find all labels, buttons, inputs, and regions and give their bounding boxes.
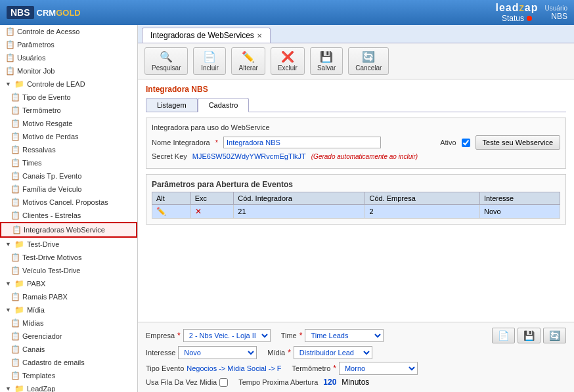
sidebar-item-test-drive-motivos[interactable]: 📋Test-Drive Motivos xyxy=(0,251,137,264)
sidebar-item-leadzap[interactable]: ▼📁LeadZap xyxy=(0,382,137,392)
tab-bar: Integradoras de WebServices ✕ xyxy=(138,25,574,43)
tab-cadastro[interactable]: Cadastro xyxy=(198,98,250,112)
form-section: Integradora para uso do WebService Nome … xyxy=(146,118,566,169)
sidebar-item-usuarios[interactable]: 📋Usuários xyxy=(0,51,137,64)
tab-listagem[interactable]: Listagem xyxy=(146,98,198,112)
tab-close-icon[interactable]: ✕ xyxy=(257,32,262,39)
sidebar-item-integradoras-ws[interactable]: 📋Integradoras WebService xyxy=(0,222,137,238)
sidebar-item-ramais-pabx[interactable]: 📋Ramais PABX xyxy=(0,290,137,303)
edit-icon[interactable]: ✏️ xyxy=(156,207,166,216)
sidebar-item-canais-tp-evento[interactable]: 📋Canais Tp. Evento xyxy=(0,169,137,183)
excluir-label: Excluir xyxy=(278,64,298,72)
sidebar-item-controle-lead[interactable]: ▼📁Controle de LEAD xyxy=(0,77,137,91)
test-webservice-button[interactable]: Teste seu Webservice xyxy=(475,135,560,150)
toolbar: 🔍Pesquisar📄Incluir✏️Alterar❌Excluir💾Salv… xyxy=(138,43,574,79)
leadzap-logo: leadZap Status xyxy=(496,2,539,23)
sidebar-item-label: Monitor Job xyxy=(17,67,55,75)
logo-gold: GOLD xyxy=(56,9,81,17)
excluir-button[interactable]: ❌Excluir xyxy=(271,47,305,75)
sidebar-item-familia-veiculo[interactable]: 📋Família de Veículo xyxy=(0,183,137,196)
sidebar-item-test-drive[interactable]: ▼📁Test-Drive xyxy=(0,238,137,251)
cancelar-button[interactable]: 🔄Cancelar xyxy=(348,47,389,75)
midia-select[interactable]: Distribuidor Lead xyxy=(294,346,372,359)
sidebar-item-label: Parâmetros xyxy=(17,41,55,49)
sidebar-item-motivo-perdas[interactable]: 📋Motivo de Perdas xyxy=(0,130,137,143)
termometro-select[interactable]: Morno xyxy=(339,362,418,375)
sidebar-item-tipo-evento[interactable]: 📋Tipo de Evento xyxy=(0,91,137,104)
logo-crm: CRM xyxy=(37,9,56,17)
doc-icon: 📋 xyxy=(11,318,20,328)
salvar-button[interactable]: 💾Salvar xyxy=(310,47,343,75)
sidebar-item-motivos-cancel[interactable]: 📋Motivos Cancel. Propostas xyxy=(0,196,137,209)
status-row: Status xyxy=(502,14,532,23)
logo-nbs: NBS xyxy=(7,6,34,19)
sidebar-item-label: Cadastro de emails xyxy=(22,359,85,366)
tab-integradoras-ws[interactable]: Integradoras de WebServices ✕ xyxy=(142,28,271,43)
doc-icon: 📋 xyxy=(11,132,20,141)
salvar-icon: 💾 xyxy=(320,51,333,63)
sidebar-item-parametros[interactable]: 📋Parâmetros xyxy=(0,38,137,51)
delete-icon[interactable]: ✕ xyxy=(195,207,202,216)
sidebar-item-controle-acesso[interactable]: 📋Controle de Acesso xyxy=(0,25,137,38)
usuario-label: Usuário xyxy=(545,5,567,12)
sidebar-item-midias[interactable]: 📋Mídias xyxy=(0,316,137,330)
sidebar-item-veiculo-test-drive[interactable]: 📋Veículo Test-Drive xyxy=(0,264,137,277)
header-right: leadZap Status Usuário NBS xyxy=(496,2,568,23)
page-content: Integradora NBS Listagem Cadastro Integr… xyxy=(138,79,574,322)
sidebar-item-times[interactable]: 📋Times xyxy=(0,156,137,169)
doc-icon: 📋 xyxy=(11,198,20,207)
refresh-button[interactable]: 🔄 xyxy=(543,328,566,343)
sidebar-item-label: Mídias xyxy=(22,319,43,327)
sidebar-item-monitor-job[interactable]: 📋Monitor Job xyxy=(0,64,137,77)
folder-icon: 📁 xyxy=(15,240,24,249)
sidebar-item-label: Ressalvas xyxy=(22,146,56,154)
nome-input[interactable] xyxy=(223,137,381,148)
alterar-button[interactable]: ✏️Alterar xyxy=(231,47,265,75)
nome-label: Nome Integradora xyxy=(152,139,210,146)
save-record-button[interactable]: 💾 xyxy=(518,328,541,343)
sidebar-item-motivo-resgate[interactable]: 📋Motivo Resgate xyxy=(0,117,137,130)
tempo-prox-label: Tempo Proxima Abertura xyxy=(238,378,318,386)
status-label: Status xyxy=(502,14,524,23)
sidebar-item-midia[interactable]: ▼📁Mídia xyxy=(0,303,137,316)
sidebar-item-templates[interactable]: 📋Templates xyxy=(0,369,137,382)
doc-icon: 📋 xyxy=(11,332,20,341)
folder-open-icon: ▼ xyxy=(5,385,11,392)
new-record-button[interactable]: 📄 xyxy=(492,328,515,343)
col-cod-empresa: Cód. Empresa xyxy=(365,192,480,205)
params-table: Alt Exc Cód. Integradora Cód. Empresa In… xyxy=(152,192,560,219)
incluir-button[interactable]: 📄Incluir xyxy=(193,47,226,75)
interesse-select[interactable]: Novo xyxy=(178,346,257,359)
tipo-evento-label: Tipo Evento xyxy=(146,364,184,372)
usa-fila-checkbox[interactable] xyxy=(219,378,228,387)
empresa-select[interactable]: 2 - Nbs Veic. - Loja II xyxy=(183,329,271,342)
inner-tabs: Listagem Cadastro xyxy=(146,98,566,112)
pesquisar-button[interactable]: 🔍Pesquisar xyxy=(144,47,188,75)
doc-icon: 📋 xyxy=(11,158,20,167)
sidebar-item-cadastro-emails[interactable]: 📋Cadastro de emails xyxy=(0,356,137,369)
sidebar-item-label: Família de Veículo xyxy=(22,185,82,193)
sidebar-item-ressalvas[interactable]: 📋Ressalvas xyxy=(0,143,137,156)
tempo-prox-unit: Minutos xyxy=(342,378,369,387)
sidebar-item-label: Gerenciador xyxy=(22,332,62,340)
sidebar-item-label: Times xyxy=(22,159,42,167)
form-row-secretkey: Secret Key MJE6SW50ZWdyYWRvcmEgTlkJT (Ge… xyxy=(152,152,560,160)
time-select[interactable]: Time Leads xyxy=(305,329,384,342)
bottom-actions: 📄 💾 🔄 xyxy=(492,328,566,343)
doc-icon: 📋 xyxy=(11,371,20,380)
sidebar-item-termometro[interactable]: 📋Termômetro xyxy=(0,104,137,117)
usa-fila-field: Usa Fila Da Vez Midia xyxy=(146,378,228,387)
sidebar-item-label: Motivo de Perdas xyxy=(22,133,79,141)
ativo-checkbox[interactable] xyxy=(462,139,470,147)
sidebar-item-pabx[interactable]: ▼📁PABX xyxy=(0,277,137,290)
sidebar-item-gerenciador[interactable]: 📋Gerenciador xyxy=(0,330,137,343)
cell-alt: ✏️ xyxy=(152,205,191,219)
table-row: ✏️ ✕ 21 2 Novo xyxy=(152,205,560,219)
cell-cod-integradora: 21 xyxy=(234,205,365,219)
tipo-evento-value: Negocios -> Midia Social -> F xyxy=(187,364,281,372)
sidebar-item-label: Test-Drive Motivos xyxy=(22,253,81,261)
sidebar-item-canais[interactable]: 📋Canais xyxy=(0,343,137,356)
sidebar-item-clientes-estrelas[interactable]: 📋Clientes - Estrelas xyxy=(0,209,137,222)
sidebar-item-label: Canais Tp. Evento xyxy=(22,172,81,180)
bottom-row-1: Empresa * 2 - Nbs Veic. - Loja II Time *… xyxy=(146,328,566,343)
